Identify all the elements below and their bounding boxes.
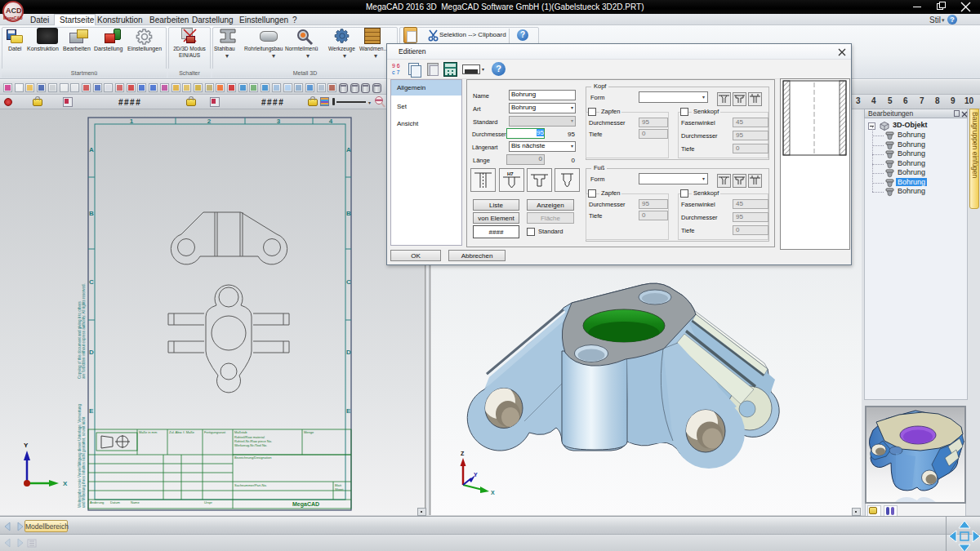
svg-text:3: 3 xyxy=(277,118,281,125)
svg-text:Name: Name xyxy=(131,500,140,504)
svg-text:Bezeichnung/Designation: Bezeichnung/Designation xyxy=(234,455,271,460)
svg-text:X: X xyxy=(63,480,68,487)
svg-text:Y: Y xyxy=(24,442,29,449)
svg-text:Y: Y xyxy=(474,472,478,478)
svg-text:2: 2 xyxy=(207,118,212,125)
svg-text:E: E xyxy=(89,407,94,415)
svg-text:Änderung: Änderung xyxy=(90,500,104,504)
svg-text:D: D xyxy=(89,349,94,356)
svg-text:Fertigungszust: Fertigungszust xyxy=(204,430,226,434)
svg-text:A: A xyxy=(346,146,351,153)
svg-text:Sachnummer/Part-No.: Sachnummer/Part-No. xyxy=(234,483,267,487)
svg-text:Sheet: Sheet xyxy=(335,487,344,491)
svg-text:Menge: Menge xyxy=(304,430,314,434)
svg-text:4: 4 xyxy=(329,118,333,125)
svg-text:und Mitteilung ihres Inhaltes: und Mitteilung ihres Inhaltes nicht gest… xyxy=(82,416,86,508)
svg-text:X: X xyxy=(491,490,495,495)
svg-text:B: B xyxy=(89,210,94,217)
svg-text:1: 1 xyxy=(130,118,134,125)
svg-text:E: E xyxy=(346,407,351,415)
svg-text:Maßstab: Maßstab xyxy=(234,430,247,434)
svg-text:Maße in mm: Maße in mm xyxy=(139,430,158,434)
svg-text:MegaCAD: MegaCAD xyxy=(292,501,319,508)
svg-text:Werkzeug-Nr./Tool No.: Werkzeug-Nr./Tool No. xyxy=(234,443,267,447)
svg-text:Z: Z xyxy=(461,451,465,456)
svg-text:H7: H7 xyxy=(507,171,514,176)
svg-text:D: D xyxy=(346,349,351,356)
svg-text:Datum: Datum xyxy=(110,500,120,504)
svg-text:C: C xyxy=(89,278,94,286)
svg-text:C: C xyxy=(346,278,351,286)
svg-text:A: A xyxy=(89,146,94,153)
svg-text:B: B xyxy=(346,210,351,217)
svg-text:Urspr: Urspr xyxy=(204,500,212,504)
svg-text:Zul. Abw. f. Maße: Zul. Abw. f. Maße xyxy=(169,430,195,434)
svg-text:are forbidden without express: are forbidden without express authority.… xyxy=(82,283,86,379)
